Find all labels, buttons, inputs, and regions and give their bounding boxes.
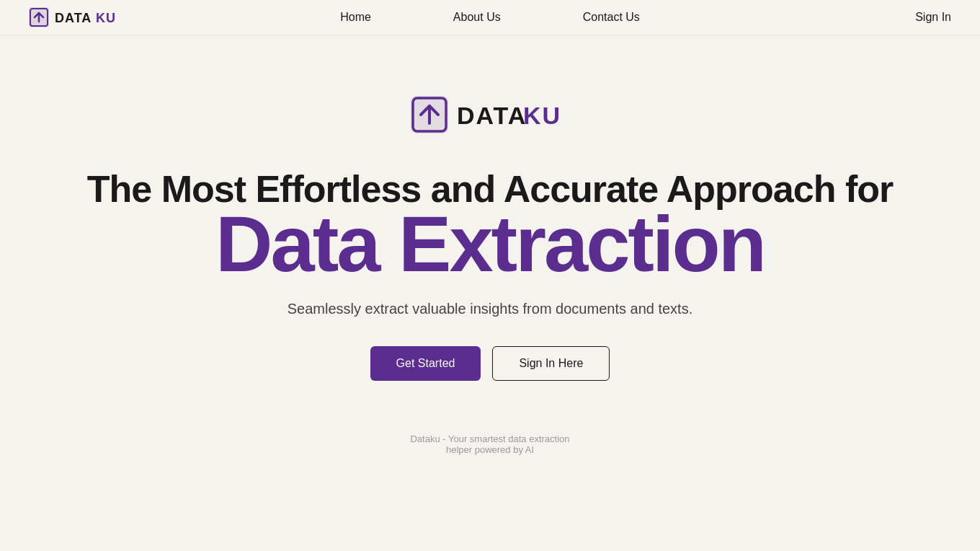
nav-link-about[interactable]: About Us <box>412 0 542 35</box>
hero-subtext: Seamlessly extract valuable insights fro… <box>288 301 692 317</box>
hero-buttons: Get Started Sign In Here <box>370 346 610 381</box>
hero-section: DATA KU The Most Effortless and Accurate… <box>0 35 980 473</box>
nav-link-contact[interactable]: Contact Us <box>542 0 681 35</box>
svg-text:DATA: DATA <box>55 11 92 25</box>
svg-text:DATA: DATA <box>457 102 527 129</box>
get-started-button[interactable]: Get Started <box>370 346 481 381</box>
hero-logo: DATA KU <box>411 93 569 168</box>
hero-product-image: Dataku - Your smartest data extraction h… <box>404 415 576 473</box>
nav-links: Home About Us Contact Us <box>299 0 681 35</box>
nav-link-home[interactable]: Home <box>299 0 412 35</box>
sign-in-here-button[interactable]: Sign In Here <box>492 346 610 381</box>
svg-text:KU: KU <box>96 11 116 25</box>
svg-text:KU: KU <box>523 102 561 129</box>
hero-headline-bottom: Data Extraction <box>215 204 765 283</box>
nav-sign-in-link[interactable]: Sign In <box>915 11 951 24</box>
navbar: DATA KU Home About Us Contact Us Sign In <box>0 0 980 35</box>
nav-logo[interactable]: DATA KU <box>29 6 137 29</box>
